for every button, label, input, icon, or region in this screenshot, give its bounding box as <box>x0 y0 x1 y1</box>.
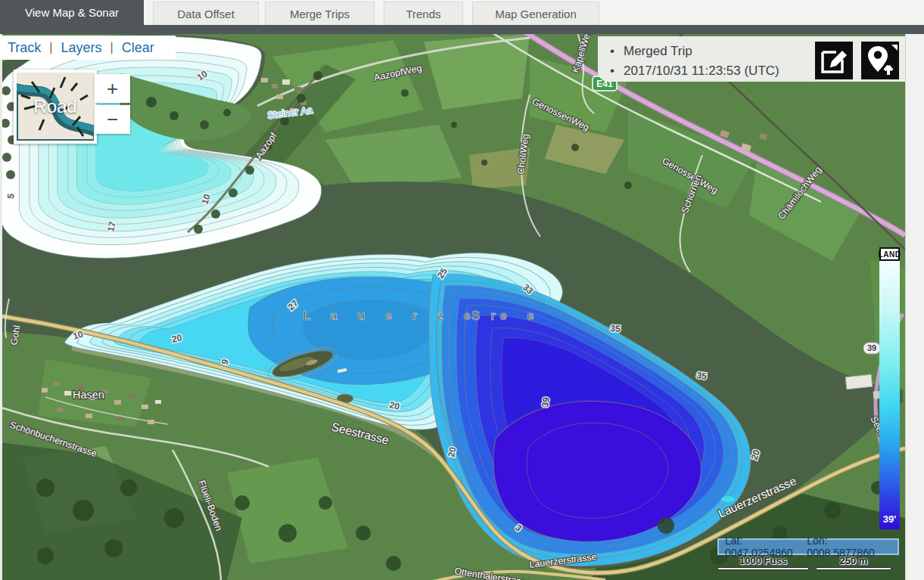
tab-merge-trips[interactable]: Merge Trips <box>265 2 375 25</box>
tab-label: Data Offset <box>177 8 235 20</box>
tab-bar: View Map & Sonar Data Offset Merge Trips… <box>0 0 924 34</box>
scale-metric-label: 250 m <box>816 555 891 566</box>
zoom-out-button[interactable]: − <box>95 105 130 134</box>
route-badge: 39 <box>863 343 880 354</box>
route-badge-label: 39 <box>867 343 876 352</box>
scale-imperial-label: 1000 Fuss <box>717 555 809 566</box>
trip-info-panel: •Merged Trip •2017/10/31 11:23:53 (UTC) <box>598 36 905 82</box>
link-separator: | <box>49 41 52 54</box>
map-left-edge <box>0 34 2 580</box>
minus-icon: − <box>107 108 118 132</box>
track-link[interactable]: Track <box>8 40 41 56</box>
edit-trip-button[interactable] <box>815 42 853 79</box>
lake-name-label: S e e <box>471 309 543 322</box>
map-toolbar: Track | Layers | Clear <box>0 36 176 60</box>
place-label: Hasen <box>73 389 104 401</box>
lakeside-building <box>845 374 872 389</box>
tab-label: Map Generation <box>495 8 577 20</box>
bullet-icon: • <box>610 42 624 61</box>
tab-label: View Map & Sonar <box>25 6 119 19</box>
plus-icon: + <box>107 77 118 101</box>
contour-label: 35 <box>610 323 621 334</box>
legend-max-depth: 39' <box>879 513 900 525</box>
legend-land-text: LAND <box>879 250 901 259</box>
road-layer-preview-image <box>17 73 94 141</box>
bullet-icon: • <box>610 61 624 81</box>
map-canvas[interactable]: E41 39 L a u e r z e r S e e Steiner Aa … <box>0 34 905 580</box>
location-pin-upload-icon <box>861 42 899 79</box>
contour-label: 39 <box>540 396 552 408</box>
tab-map-generation[interactable]: Map Generation <box>472 2 599 25</box>
trip-name: Merged Trip <box>624 44 692 58</box>
satellite-bathymetry-map: E41 39 L a u e r z e r S e e Steiner Aa … <box>0 34 905 580</box>
layers-link[interactable]: Layers <box>61 40 102 56</box>
scale-metric-bar <box>816 567 891 570</box>
upload-waypoint-button[interactable] <box>861 42 899 79</box>
page-gutter <box>905 34 924 580</box>
depth-color-scale: 39' <box>879 261 900 529</box>
scale-imperial-bar <box>717 567 809 570</box>
clear-link[interactable]: Clear <box>122 40 154 56</box>
tab-data-offset[interactable]: Data Offset <box>153 2 259 25</box>
trip-timestamp: 2017/10/31 11:23:53 (UTC) <box>624 64 779 78</box>
contour-label: 20 <box>446 446 458 458</box>
edit-icon <box>815 42 853 79</box>
basemap-layer-toggle[interactable]: Road <box>14 70 97 144</box>
zoom-in-button[interactable]: + <box>95 74 130 103</box>
tab-strip <box>0 25 924 34</box>
tab-label: Merge Trips <box>290 8 350 20</box>
tab-trends[interactable]: Trends <box>384 2 463 25</box>
legend-land-label: LAND <box>879 247 900 261</box>
link-separator: | <box>110 41 114 54</box>
tab-label: Trends <box>406 8 440 20</box>
tab-view-map-sonar[interactable]: View Map & Sonar <box>0 0 144 25</box>
contour-label: 35 <box>696 370 708 382</box>
cursor-coordinates: Lat: 0047.0254860 Lon: 0008.5877860 <box>717 538 899 555</box>
